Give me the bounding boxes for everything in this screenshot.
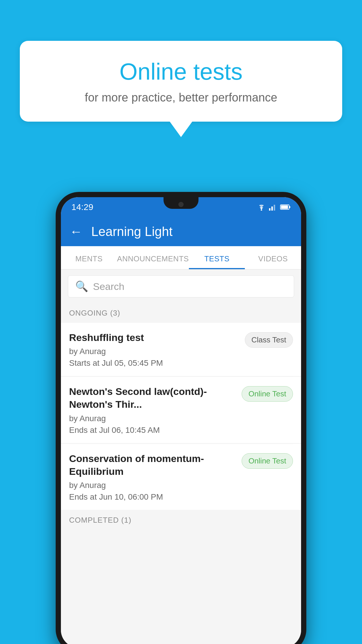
test-date-3: Ends at Jun 10, 06:00 PM <box>69 492 236 502</box>
ongoing-section-header: ONGOING (3) <box>61 303 301 323</box>
test-item[interactable]: Reshuffling test by Anurag Starts at Jul… <box>61 323 301 376</box>
test-by-3: by Anurag <box>69 481 236 490</box>
svg-rect-7 <box>281 205 288 209</box>
speech-bubble-title: Online tests <box>43 58 319 85</box>
signal-icon <box>269 204 277 211</box>
test-badge-2: Online Test <box>242 386 293 402</box>
status-icons <box>257 204 291 211</box>
tab-videos[interactable]: VIDEOS <box>245 246 301 269</box>
search-icon: 🔍 <box>75 280 88 293</box>
tab-announcements[interactable]: ANNOUNCEMENTS <box>117 246 189 269</box>
tab-ments[interactable]: MENTS <box>61 246 117 269</box>
speech-bubble-container: Online tests for more practice, better p… <box>20 41 342 137</box>
svg-marker-0 <box>260 207 263 209</box>
svg-rect-4 <box>274 205 275 211</box>
test-by-2: by Anurag <box>69 414 236 423</box>
svg-rect-2 <box>269 208 270 211</box>
status-bar: 14:29 <box>61 197 301 217</box>
list-content: ONGOING (3) Reshuffling test by Anurag S… <box>61 303 301 644</box>
app-header: ← Learning Light <box>61 217 301 246</box>
wifi-icon <box>257 204 266 211</box>
svg-point-1 <box>261 209 262 211</box>
test-badge-1: Class Test <box>245 332 293 348</box>
completed-section-title: COMPLETED (1) <box>69 516 131 524</box>
phone-frame: 14:29 <box>56 192 306 644</box>
test-name-2: Newton's Second law(contd)-Newton's Thir… <box>69 385 236 411</box>
ongoing-section-title: ONGOING (3) <box>69 309 120 317</box>
notch <box>164 197 198 209</box>
svg-rect-3 <box>271 206 273 211</box>
test-info-2: Newton's Second law(contd)-Newton's Thir… <box>69 385 236 435</box>
speech-bubble: Online tests for more practice, better p… <box>20 41 342 122</box>
speech-bubble-subtitle: for more practice, better performance <box>43 91 319 104</box>
back-button[interactable]: ← <box>70 224 82 239</box>
test-item[interactable]: Newton's Second law(contd)-Newton's Thir… <box>61 377 301 443</box>
test-date-2: Ends at Jul 06, 10:45 AM <box>69 426 236 435</box>
test-by-1: by Anurag <box>69 347 239 356</box>
search-container: 🔍 Search <box>61 270 301 303</box>
test-item[interactable]: Conservation of momentum-Equilibrium by … <box>61 444 301 510</box>
test-name-1: Reshuffling test <box>69 331 239 344</box>
test-info-3: Conservation of momentum-Equilibrium by … <box>69 452 236 502</box>
completed-section-header: COMPLETED (1) <box>61 510 301 530</box>
test-badge-3: Online Test <box>242 453 293 469</box>
tab-tests[interactable]: TESTS <box>189 246 245 269</box>
tabs-bar: MENTS ANNOUNCEMENTS TESTS VIDEOS <box>61 246 301 270</box>
app-title: Learning Light <box>91 224 173 239</box>
speech-bubble-arrow <box>169 121 193 137</box>
battery-icon <box>280 204 291 210</box>
search-bar[interactable]: 🔍 Search <box>68 275 294 298</box>
camera-dot <box>178 202 184 207</box>
test-date-1: Starts at Jul 05, 05:45 PM <box>69 358 239 368</box>
status-time: 14:29 <box>71 202 93 212</box>
phone-screen: 14:29 <box>61 197 301 644</box>
test-info-1: Reshuffling test by Anurag Starts at Jul… <box>69 331 239 368</box>
search-input[interactable]: Search <box>93 281 124 292</box>
test-name-3: Conservation of momentum-Equilibrium <box>69 452 236 478</box>
svg-rect-6 <box>289 206 290 208</box>
